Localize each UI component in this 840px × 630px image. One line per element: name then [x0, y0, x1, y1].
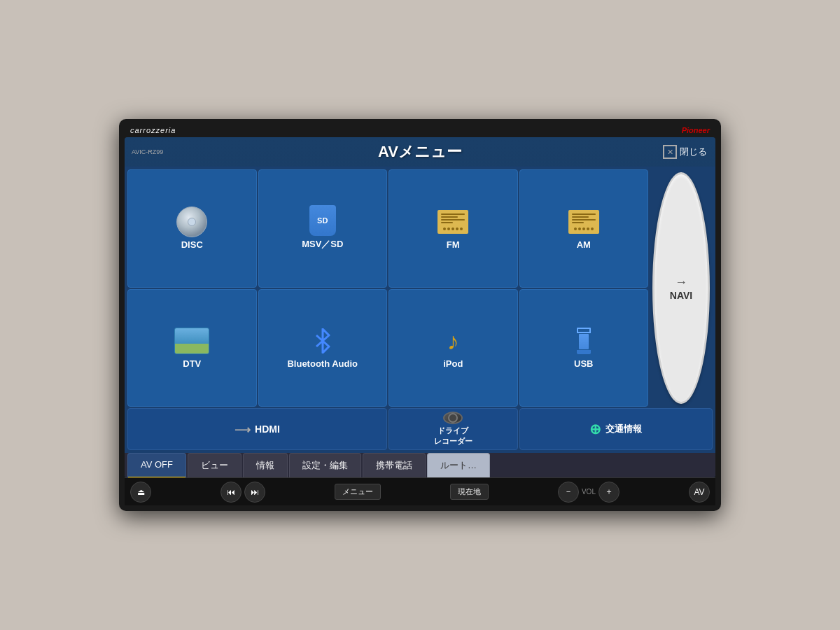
left-controls: ⏏: [130, 482, 151, 503]
av-button[interactable]: AV: [689, 482, 710, 503]
close-x-icon: ✕: [663, 145, 677, 159]
model-badge: AVIC-RZ99: [132, 148, 163, 155]
screen-header: AVIC-RZ99 AVメニュー ✕ 閉じる: [125, 137, 715, 167]
menu-btn-traffic[interactable]: ⊕ 交通情報: [519, 408, 713, 450]
bluetooth-audio-label: Bluetooth Audio: [287, 358, 358, 369]
fm-icon: [435, 207, 471, 237]
close-label: 閉じる: [680, 146, 707, 158]
av-menu-grid: DISC MSV／SD: [125, 167, 715, 453]
hdmi-icon: ⟶: [234, 423, 251, 436]
ipod-label: iPod: [443, 358, 463, 369]
dtv-icon: [174, 326, 210, 356]
vol-label: VOL: [582, 488, 596, 496]
menu-btn-ipod[interactable]: ♪ iPod: [388, 289, 518, 407]
drive-recorder-label: ドライブレコーダー: [434, 426, 472, 447]
ipod-icon: ♪: [435, 326, 471, 356]
menu-btn-usb[interactable]: USB: [519, 289, 649, 407]
prev-button[interactable]: ⏮: [220, 482, 241, 503]
tab-bar: AV OFF ビュー 情報 設定・編集 携帯電話 ルート…: [125, 453, 715, 477]
tab-route[interactable]: ルート…: [427, 453, 490, 477]
bluetooth-icon: [304, 326, 341, 356]
traffic-label: 交通情報: [606, 423, 642, 435]
tab-phone[interactable]: 携帯電話: [363, 453, 426, 477]
tab-view[interactable]: ビュー: [188, 453, 241, 477]
tab-info[interactable]: 情報: [243, 453, 288, 477]
screen: AVIC-RZ99 AVメニュー ✕ 閉じる DISC MSV／SD: [125, 137, 715, 477]
menu-button[interactable]: メニュー: [335, 484, 381, 500]
am-label: AM: [577, 239, 591, 250]
device-top-bar: carrozzeria Pioneer: [125, 125, 715, 137]
next-button[interactable]: ⏭: [244, 482, 265, 503]
brand-pioneer: Pioneer: [682, 126, 710, 134]
close-button[interactable]: ✕ 閉じる: [663, 145, 707, 159]
msv-sd-label: MSV／SD: [302, 238, 343, 251]
menu-btn-hdmi[interactable]: ⟶ HDMI: [127, 408, 387, 450]
brand-carrozzeria: carrozzeria: [130, 126, 176, 134]
fm-label: FM: [447, 239, 460, 250]
sd-icon: [304, 206, 341, 235]
volume-minus-button[interactable]: －: [558, 482, 579, 503]
usb-icon: [566, 326, 602, 356]
device-body: carrozzeria Pioneer AVIC-RZ99 AVメニュー ✕ 閉…: [119, 119, 721, 511]
navi-button[interactable]: → NAVI: [652, 172, 710, 404]
menu-btn-fm[interactable]: FM: [388, 169, 518, 288]
disc-icon: [174, 207, 210, 237]
menu-btn-dtv[interactable]: DTV: [127, 289, 257, 407]
menu-btn-bluetooth[interactable]: Bluetooth Audio: [258, 289, 388, 407]
tab-settings[interactable]: 設定・編集: [289, 453, 361, 477]
menu-btn-am[interactable]: AM: [519, 169, 649, 288]
volume-plus-button[interactable]: ＋: [598, 482, 620, 503]
camera-icon: [443, 412, 463, 424]
eject-button[interactable]: ⏏: [130, 482, 151, 503]
usb-label: USB: [574, 358, 593, 369]
disc-label: DISC: [181, 239, 203, 250]
controls-bar: ⏏ ⏮ ⏭ メニュー 現在地 － VOL ＋ AV: [125, 477, 715, 505]
tab-av-off[interactable]: AV OFF: [127, 453, 186, 477]
home-button[interactable]: 現在地: [450, 484, 489, 500]
traffic-waves-icon: ⊕: [589, 421, 601, 438]
menu-btn-msv-sd[interactable]: MSV／SD: [258, 169, 388, 288]
volume-controls: － VOL ＋: [558, 482, 620, 503]
hdmi-label: HDMI: [255, 424, 280, 435]
screen-title: AVメニュー: [378, 141, 462, 162]
navi-arrow-icon: →: [675, 275, 687, 290]
navi-label: NAVI: [670, 290, 692, 301]
menu-btn-drive-recorder[interactable]: ドライブレコーダー: [388, 408, 518, 450]
menu-btn-disc[interactable]: DISC: [127, 169, 257, 288]
transport-controls: ⏮ ⏭: [220, 482, 265, 503]
dtv-label: DTV: [183, 358, 201, 369]
am-icon: [566, 207, 602, 237]
